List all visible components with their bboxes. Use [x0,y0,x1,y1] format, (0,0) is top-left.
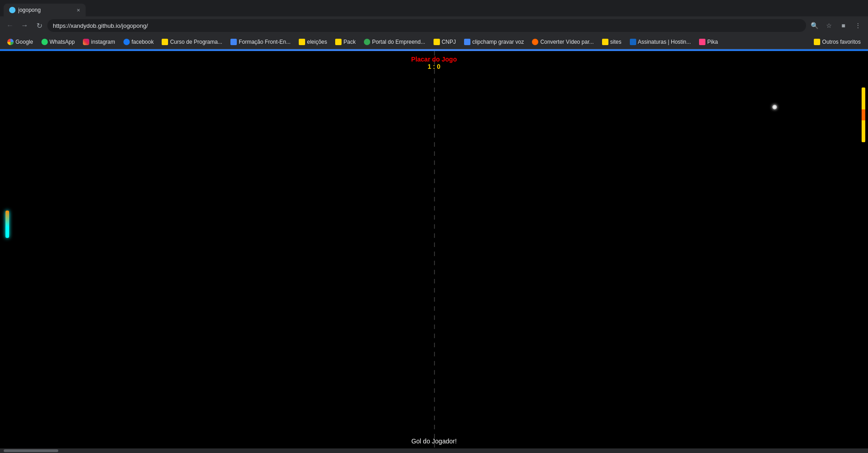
browser-chrome: jogopong ✕ ← → ↻ 🔍 ☆ ■ ⋮ Google WhatsApp… [0,0,868,49]
bookmark-clipchamp[interactable]: clipchamp gravar voz [460,37,527,46]
player-paddle [5,211,9,238]
bookmark-eleicoes[interactable]: eleições [295,37,331,46]
bookmark-eleicoes-label: eleições [307,39,327,45]
folder-icon-outros [814,39,820,45]
score-display: Placar do Jogo 1 : 0 [411,56,457,70]
portal-icon [364,39,370,45]
bookmark-converter-label: Converter Vídeo par... [540,39,593,45]
bookmark-whatsapp-label: WhatsApp [50,39,75,45]
bookmark-portal[interactable]: Portal do Empreend... [360,37,429,46]
search-button[interactable]: 🔍 [808,19,821,32]
whatsapp-icon [41,39,48,45]
folder-icon-formacao [230,39,237,45]
bookmark-facebook-label: facebook [132,39,154,45]
bookmark-cnpj[interactable]: CNPJ [430,37,460,46]
extensions-button[interactable]: ■ [837,19,850,32]
folder-icon-eleicoes [299,39,305,45]
bookmark-pika[interactable]: Pika [695,37,721,46]
status-message: Gol do Jogador! [411,438,457,445]
bookmark-pack[interactable]: Pack [332,37,359,46]
bookmark-outros-label: Outros favoritos [822,39,861,45]
score-title: Placar do Jogo [411,56,457,63]
tab-title: jogopong [18,7,74,13]
forward-button[interactable]: → [18,19,31,32]
google-icon [7,39,14,45]
bookmark-formacao-label: Formação Front-En... [239,39,291,45]
bookmark-star-button[interactable]: ☆ [822,19,835,32]
bookmark-assinaturas[interactable]: Assinaturas | Hostin... [626,37,695,46]
bookmark-outros[interactable]: Outros favoritos [810,37,864,46]
address-bar[interactable] [47,19,806,32]
music-icon [532,39,538,45]
bookmark-facebook[interactable]: facebook [120,37,158,46]
toolbar: ← → ↻ 🔍 ☆ ■ ⋮ [0,16,868,35]
score-value: 1 : 0 [411,63,457,70]
bookmark-pika-label: Pika [707,39,718,45]
tab-bar: jogopong ✕ [0,0,868,16]
folder-icon-sites [602,39,608,45]
hostin-icon [630,39,636,45]
bookmark-assinaturas-label: Assinaturas | Hostin... [638,39,691,45]
game-ball [772,105,777,109]
bookmark-instagram-label: instagram [91,39,115,45]
bookmark-sites-label: sites [610,39,622,45]
folder-icon-curso [162,39,168,45]
game-area[interactable]: Placar do Jogo 1 : 0 Gol do Jogador! [0,51,868,453]
bookmark-clipchamp-label: clipchamp gravar voz [472,39,524,45]
facebook-icon [123,39,130,45]
back-button[interactable]: ← [4,19,16,32]
active-tab[interactable]: jogopong ✕ [4,4,86,16]
scrollbar-thumb[interactable] [4,449,58,452]
right-decoration [862,88,865,142]
bookmark-google-label: Google [15,39,33,45]
reload-button[interactable]: ↻ [33,19,46,32]
pika-icon [699,39,705,45]
bookmarks-bar: Google WhatsApp instagram facebook Curso… [0,35,868,49]
center-line [434,51,435,453]
bottom-scrollbar[interactable] [0,448,868,453]
tab-favicon [9,7,15,13]
tab-close-button[interactable]: ✕ [77,8,80,13]
bookmark-whatsapp[interactable]: WhatsApp [38,37,78,46]
instagram-icon [83,39,89,45]
bookmark-curso-label: Curso de Programa... [170,39,222,45]
toolbar-actions: 🔍 ☆ ■ ⋮ [808,19,864,32]
bookmark-curso[interactable]: Curso de Programa... [158,37,226,46]
folder-icon-cnpj [434,39,440,45]
bookmark-instagram[interactable]: instagram [79,37,119,46]
clipchamp-icon [464,39,470,45]
bookmark-converter[interactable]: Converter Vídeo par... [528,37,597,46]
bookmark-formacao[interactable]: Formação Front-En... [227,37,294,46]
bookmark-sites[interactable]: sites [598,37,625,46]
menu-button[interactable]: ⋮ [852,19,864,32]
folder-icon-pack [335,39,342,45]
bookmark-pack-label: Pack [343,39,356,45]
bookmark-cnpj-label: CNPJ [442,39,456,45]
bookmark-portal-label: Portal do Empreend... [372,39,425,45]
bookmark-google[interactable]: Google [4,37,37,46]
